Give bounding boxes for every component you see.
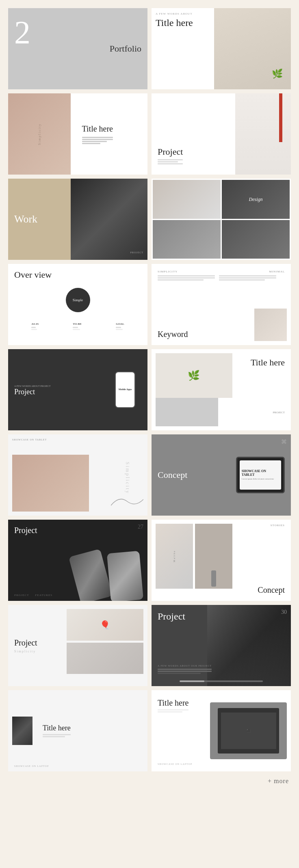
slide16-number: 30	[281, 609, 287, 615]
step-as-is: AS-IS	[31, 322, 39, 326]
slide9-label: A FEW WORDS ABOUT PROJECT	[14, 384, 51, 388]
phone-text: Mobile Apps	[118, 387, 133, 392]
slide17-title: Title here	[43, 724, 71, 732]
design-label: Design	[249, 196, 263, 202]
slide-project-mobile: A FEW WORDS ABOUT PROJECT Project Mobile…	[8, 349, 147, 430]
slide-title-hand: Simplicity Title here	[8, 93, 147, 175]
slide11-label: SHOWCASE ON TABLET	[12, 438, 47, 441]
slide17-on-label: SHOWCASE ON LAPTOP	[14, 765, 49, 767]
video-controls	[180, 680, 263, 682]
product-cell-1: Malibu	[156, 524, 193, 589]
slide-project-balloons: Project Simplicity 🎈	[8, 605, 147, 686]
slide9-title: Project	[14, 388, 51, 396]
slide13-number: 27	[138, 524, 143, 530]
laptop-mockup: ⬛	[210, 702, 287, 759]
slide13-label-1: PROJECT	[14, 594, 29, 597]
keyword-label-1: SIMPLICITY	[158, 270, 178, 273]
portfolio-title: Portfolio	[110, 43, 141, 54]
slide5-title: Work	[14, 213, 37, 225]
slide-project-dark: Project A FEW WORDS ABOUT OUR PROJECT 30	[152, 605, 291, 686]
slide-title-image: 🌿 A FEW WORDS ABOUT Title here	[152, 8, 291, 89]
slide-work: Work PROJECT	[8, 179, 147, 260]
slide2-title: Title here	[156, 17, 193, 28]
balloon-img-1: 🎈	[67, 609, 143, 641]
slide13-title: Project	[14, 526, 37, 535]
corner-icon: ⌘	[281, 438, 287, 445]
slide17-img	[12, 717, 32, 745]
slide7-circle-label: Simple	[73, 298, 83, 302]
product-grid: Malibu	[156, 524, 232, 589]
slide2-label: A FEW WORDS ABOUT	[156, 12, 193, 15]
product-cell-2	[195, 524, 232, 589]
balloon-img-2	[67, 643, 143, 674]
slide13-label-2: FEATURES	[35, 594, 53, 597]
keyword-label-2: MINIMAL	[269, 270, 285, 273]
slide10-project-label: PROJECT	[273, 411, 285, 414]
balloon-images: 🎈	[67, 609, 143, 674]
slide-title-botanical: 🌿 Title here PROJECT	[152, 349, 291, 430]
slide18-title: Title here	[158, 698, 188, 707]
slide-overview: Over view Simple AS-IS TO-BE GOAL	[8, 264, 147, 345]
slide7-title: Over view	[14, 270, 141, 280]
slide3-title: Title here	[82, 124, 113, 134]
slide14-title: Concept	[258, 585, 285, 595]
slide-project-red: Project	[152, 93, 291, 175]
slide7-circle: Simple	[66, 288, 90, 312]
slide11-simplicity: Simplicity	[124, 462, 130, 494]
phone-mockup: Mobile Apps	[115, 371, 135, 408]
tablet-text: SHOWCASE ON TABLET	[242, 469, 280, 477]
portfolio-number: 2	[14, 16, 30, 49]
more-button[interactable]: + more	[268, 777, 289, 785]
slides-grid: 2 Portfolio 🌿 A FEW WORDS ABOUT Title he…	[8, 8, 291, 771]
slide4-title: Project	[158, 147, 183, 157]
more-row: + more	[8, 771, 291, 787]
phone-img-1	[69, 549, 113, 601]
laptop-screen: ⬛	[221, 713, 276, 749]
slide-title-laptop: Title here ⬛ SHOWCASE ON LAPTOP	[152, 690, 291, 771]
slide15-simplicity: Simplicity	[14, 650, 37, 653]
tablet-mockup: SHOWCASE ON TABLET Lorem ipsum dolor sit…	[236, 457, 285, 493]
keyword-title: Keyword	[158, 330, 188, 339]
slide-project-phones: Project 27 PROJECT FEATURES	[8, 520, 147, 601]
slide10-title: Title here	[251, 357, 285, 368]
slide12-title: Concept	[158, 470, 187, 480]
slide16-title: Project	[158, 611, 185, 622]
slide-concept-tablet: Concept SHOWCASE ON TABLET Lorem ipsum d…	[152, 434, 291, 516]
phone-img-2	[107, 551, 143, 601]
step-goal: GOAL	[116, 322, 124, 326]
slide-portfolio: 2 Portfolio	[8, 8, 147, 89]
laptop-inner: ⬛	[218, 708, 279, 754]
slide-tablet-showcase: SHOWCASE ON TABLET Simplicity	[8, 434, 147, 516]
slide15-title: Project	[14, 638, 37, 648]
stories-label: STORIES	[271, 524, 285, 527]
step-to-be: TO-BE	[73, 322, 82, 326]
phones-area	[50, 536, 147, 601]
slide-keyword: SIMPLICITY MINIMAL Keyword	[152, 264, 291, 345]
slide-design-grid: Design	[152, 179, 291, 260]
slide16-img	[207, 605, 291, 686]
slide-concept-products: Malibu STORIES Concept	[152, 520, 291, 601]
slide18-on-label: SHOWCASE ON LAPTOP	[158, 763, 192, 765]
slide16-desc: A FEW WORDS ABOUT OUR PROJECT	[158, 664, 212, 674]
slide-title-small: Title here SHOWCASE ON LAPTOP	[8, 690, 147, 771]
